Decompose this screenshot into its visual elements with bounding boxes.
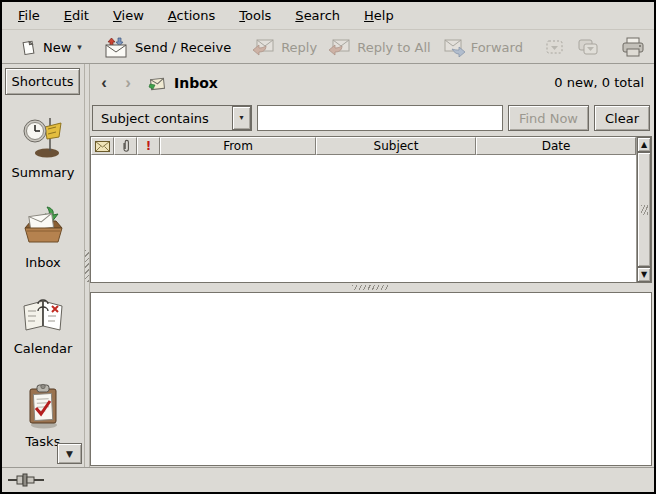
column-from[interactable]: From [160, 137, 316, 155]
menu-search[interactable]: Search [283, 3, 352, 28]
envelope-icon [95, 141, 110, 152]
folder-header: ‹ › Inbox 0 new, 0 total [90, 64, 652, 101]
folder-message-count: 0 new, 0 total [554, 75, 644, 90]
chevron-down-icon: ▾ [77, 43, 82, 52]
message-list-body[interactable] [91, 155, 636, 282]
shortcut-items: Summary [2, 100, 84, 467]
tasks-icon [22, 383, 64, 429]
new-document-icon [20, 39, 37, 56]
menu-file[interactable]: File [6, 3, 52, 28]
scrollbar-thumb[interactable] [637, 152, 651, 267]
new-button-label: New [43, 40, 71, 55]
reply-icon [253, 37, 275, 57]
status-bar [2, 467, 654, 492]
send-receive-label: Send / Receive [135, 40, 231, 55]
column-message-status[interactable] [91, 137, 114, 155]
folder-title: Inbox [174, 75, 218, 91]
menu-actions[interactable]: Actions [156, 3, 228, 28]
search-criteria-dropdown[interactable]: Subject contains ▾ [92, 105, 252, 131]
sidebar-item-summary[interactable]: Summary [2, 108, 84, 198]
search-input[interactable] [257, 105, 503, 131]
menu-help[interactable]: Help [352, 3, 406, 28]
copy-to-folder-button[interactable] [571, 34, 605, 60]
search-bar: Subject contains ▾ Find Now Clear [90, 101, 652, 135]
search-criteria-value: Subject contains [93, 106, 232, 130]
back-arrow-icon: ‹ [101, 73, 107, 93]
splitter-grip-icon [352, 285, 390, 290]
combo-arrow-icon: ▾ [232, 106, 251, 130]
calendar-icon [20, 294, 66, 336]
forward-button[interactable]: Forward [437, 33, 529, 61]
message-list: ! From Subject Date ▲ ▼ [90, 136, 652, 283]
scroll-up-button[interactable]: ▲ [637, 137, 651, 152]
column-priority[interactable]: ! [137, 137, 160, 155]
preview-splitter[interactable] [90, 283, 652, 292]
delete-button[interactable] [651, 33, 656, 62]
clear-button[interactable]: Clear [594, 105, 650, 131]
splitter-grip-icon [85, 250, 89, 282]
print-button[interactable] [615, 33, 651, 62]
scrollbar-grip-icon [641, 205, 648, 215]
preview-pane[interactable] [90, 292, 652, 466]
shortcuts-group-button[interactable]: Shortcuts [5, 68, 80, 95]
sidebar-item-inbox[interactable]: Inbox [2, 198, 84, 288]
menu-bar: File Edit View Actions Tools Search Help [2, 2, 654, 30]
print-icon [621, 37, 645, 58]
new-button[interactable]: New ▾ [14, 35, 88, 60]
menu-edit[interactable]: Edit [52, 3, 101, 28]
arrow-up-icon: ▲ [641, 140, 647, 149]
shortcuts-label: Shortcuts [11, 74, 73, 89]
summary-icon [20, 114, 66, 160]
send-receive-icon [104, 37, 129, 58]
paperclip-icon [121, 139, 131, 153]
inbox-folder-icon [148, 75, 166, 91]
menu-tools[interactable]: Tools [227, 3, 283, 28]
sidebar-item-label: Calendar [14, 341, 72, 356]
sidebar-item-calendar[interactable]: Calendar [2, 288, 84, 378]
shortcut-bar: Shortcuts [2, 64, 84, 467]
copy-to-folder-icon [577, 38, 599, 56]
column-date[interactable]: Date [476, 137, 636, 155]
message-list-header: ! From Subject Date [91, 137, 636, 155]
inbox-icon [20, 204, 66, 250]
back-button[interactable]: ‹ [94, 73, 114, 93]
forward-icon [443, 37, 465, 57]
toolbar: New ▾ Send / Receive [2, 31, 654, 64]
priority-icon: ! [146, 139, 151, 153]
reply-button[interactable]: Reply [247, 33, 323, 61]
move-to-folder-icon [545, 38, 565, 56]
column-subject[interactable]: Subject [316, 137, 476, 155]
content-area: Shortcuts [2, 64, 654, 467]
menu-view[interactable]: View [101, 3, 156, 28]
forward-label: Forward [471, 40, 523, 55]
sidebar-item-label: Tasks [26, 434, 61, 449]
reply-to-all-icon [329, 37, 351, 57]
move-to-folder-button[interactable] [539, 34, 571, 60]
reply-label: Reply [281, 40, 317, 55]
sidebar-item-label: Summary [12, 165, 75, 180]
forward-arrow-icon: › [125, 73, 131, 93]
column-attachment[interactable] [114, 137, 137, 155]
reply-to-all-label: Reply to All [357, 40, 430, 55]
shortcut-scroll-down-button[interactable]: ▼ [57, 443, 82, 464]
online-status-plug-icon[interactable] [8, 473, 44, 487]
send-receive-button[interactable]: Send / Receive [98, 33, 237, 62]
arrow-down-icon: ▼ [641, 270, 647, 279]
main-pane: ‹ › Inbox 0 new, 0 total [90, 64, 652, 467]
scroll-down-button[interactable]: ▼ [637, 267, 651, 282]
chevron-down-icon: ▼ [66, 449, 73, 459]
reply-to-all-button[interactable]: Reply to All [323, 33, 436, 61]
forward-button-nav[interactable]: › [118, 73, 138, 93]
sidebar-item-label: Inbox [25, 255, 61, 270]
evolution-window: File Edit View Actions Tools Search Help… [0, 0, 656, 494]
message-list-scrollbar[interactable]: ▲ ▼ [636, 137, 651, 282]
find-now-button[interactable]: Find Now [508, 105, 589, 131]
